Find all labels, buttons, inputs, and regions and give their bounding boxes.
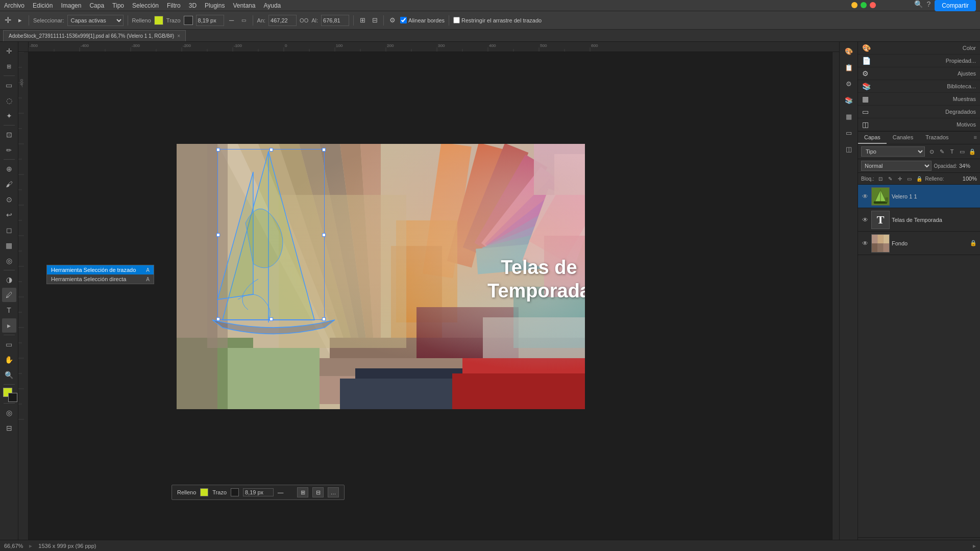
pen-tool[interactable]: 🖊 bbox=[2, 288, 16, 302]
menu-3d[interactable]: 3D bbox=[189, 2, 197, 9]
gradients-panel-icon[interactable]: ▭ bbox=[842, 126, 856, 140]
maximize-button[interactable] bbox=[861, 2, 867, 8]
filter-smart-icon[interactable]: 🔒 bbox=[968, 147, 977, 156]
menu-edicion[interactable]: Edición bbox=[33, 2, 53, 9]
layer-type-filter[interactable]: Tipo bbox=[861, 146, 925, 157]
stroke-color-swatch[interactable] bbox=[184, 16, 193, 25]
tool-tooltip-item-1[interactable]: Herramienta Selección directa A bbox=[47, 274, 154, 284]
ctx-stroke-swatch[interactable] bbox=[231, 488, 239, 496]
path-select-tool[interactable]: ▸ bbox=[2, 318, 16, 333]
stamp-tool[interactable]: ⊙ bbox=[2, 192, 16, 207]
ctx-copy-button[interactable]: ⊞ bbox=[297, 487, 308, 497]
layer-item-text[interactable]: 👁 T Telas de Temporada bbox=[858, 208, 980, 232]
search-icon[interactable]: 🔍 bbox=[914, 0, 923, 11]
restringir-arrastre-checkbox[interactable] bbox=[453, 17, 460, 23]
menu-filtro[interactable]: Filtro bbox=[167, 2, 181, 9]
layer-item-fondo[interactable]: 👁 Fondo bbox=[858, 232, 980, 255]
ctx-more-button[interactable]: … bbox=[328, 487, 339, 497]
type-tool[interactable]: T bbox=[2, 303, 16, 317]
lock-position-icon[interactable]: ✛ bbox=[896, 174, 904, 183]
path-ops-icon[interactable]: ⊞ bbox=[358, 16, 367, 25]
width-input[interactable] bbox=[268, 15, 297, 26]
ctx-fill-swatch[interactable] bbox=[200, 488, 208, 496]
properties-panel-icon[interactable]: 📋 bbox=[842, 60, 856, 74]
layer-eye-velero[interactable]: 👁 bbox=[861, 192, 869, 201]
move-tool[interactable]: ✛ bbox=[2, 44, 16, 58]
move-tool-icon[interactable]: ✛ bbox=[3, 16, 12, 25]
stroke-size-input[interactable] bbox=[196, 15, 224, 26]
lock-all-icon[interactable]: 🔒 bbox=[915, 174, 923, 183]
menu-seleccion[interactable]: Selección bbox=[132, 2, 159, 9]
brush-tool[interactable]: 🖌 bbox=[2, 177, 16, 191]
menu-archivo[interactable]: Archivo bbox=[4, 2, 24, 9]
filter-type-icon[interactable]: T bbox=[947, 147, 957, 156]
menu-tipo[interactable]: Tipo bbox=[112, 2, 124, 9]
menu-ventana[interactable]: Ventana bbox=[233, 2, 255, 9]
settings-icon[interactable]: ⚙ bbox=[388, 16, 397, 25]
foreground-color[interactable] bbox=[3, 388, 15, 400]
screen-mode-icon[interactable]: ⊟ bbox=[2, 421, 16, 435]
lock-artboard-icon[interactable]: ▭ bbox=[905, 174, 914, 183]
scroll-right-icon[interactable]: ▸ bbox=[973, 542, 976, 549]
tab-capas[interactable]: Capas bbox=[858, 132, 887, 144]
ctx-align-button[interactable]: ⊟ bbox=[312, 487, 324, 497]
eraser-tool[interactable]: ◻ bbox=[2, 223, 16, 237]
lock-transparent-icon[interactable]: ⊡ bbox=[876, 174, 885, 183]
help-icon[interactable]: ? bbox=[927, 0, 931, 11]
compartir-button[interactable]: Compartir bbox=[935, 0, 976, 11]
shape-tool[interactable]: ▭ bbox=[2, 337, 16, 352]
filter-pixel-icon[interactable]: ⊙ bbox=[927, 147, 936, 156]
stroke-options-icon[interactable]: ▭ bbox=[239, 16, 249, 25]
ctx-stroke-size[interactable] bbox=[243, 488, 274, 496]
layer-item-velero[interactable]: 👁 Velero 1 1 bbox=[858, 185, 980, 208]
prop-propiedad[interactable]: 📄 Propiedad... bbox=[858, 55, 980, 67]
tool-arrow-icon[interactable]: ▸ bbox=[15, 16, 24, 25]
tab-canales[interactable]: Canales bbox=[887, 132, 919, 144]
menu-ayuda[interactable]: Ayuda bbox=[263, 2, 281, 9]
artboard-tool[interactable]: ⊞ bbox=[2, 59, 16, 73]
stroke-style-icon[interactable]: ─ bbox=[227, 16, 236, 25]
adjustments-panel-icon[interactable]: ⚙ bbox=[842, 77, 856, 91]
prop-ajustes[interactable]: ⚙ Ajustes bbox=[858, 67, 980, 80]
crop-tool[interactable]: ⊡ bbox=[2, 128, 16, 142]
healing-tool[interactable]: ⊕ bbox=[2, 162, 16, 176]
patterns-panel-icon[interactable]: ◫ bbox=[842, 142, 856, 156]
tool-tooltip-item-0[interactable]: Herramienta Selección de trazado A bbox=[47, 265, 154, 274]
menu-capa[interactable]: Capa bbox=[89, 2, 104, 9]
tab-trazados[interactable]: Trazados bbox=[919, 132, 954, 144]
dodge-tool[interactable]: ◑ bbox=[2, 272, 16, 287]
minimize-button[interactable] bbox=[851, 2, 857, 8]
prop-degradados[interactable]: ▭ Degradados bbox=[858, 106, 980, 118]
magic-wand-tool[interactable]: ✦ bbox=[2, 109, 16, 123]
menu-plugins[interactable]: Plugins bbox=[205, 2, 225, 9]
layer-eye-fondo[interactable]: 👁 bbox=[861, 239, 869, 247]
close-button[interactable] bbox=[870, 2, 876, 8]
prop-bibliotecas[interactable]: 📚 Biblioteca... bbox=[858, 80, 980, 93]
tab-close-icon[interactable]: × bbox=[177, 33, 180, 39]
ctx-stroke-style[interactable]: ─ bbox=[278, 488, 293, 496]
panel-more-icon[interactable]: ≡ bbox=[971, 132, 980, 144]
alinear-bordes-checkbox[interactable] bbox=[400, 17, 407, 23]
filter-shape-icon[interactable]: ▭ bbox=[958, 147, 967, 156]
vertical-scrollbar[interactable] bbox=[832, 52, 839, 544]
gradient-tool[interactable]: ▦ bbox=[2, 238, 16, 253]
blend-mode-select[interactable]: Normal Disolver Oscurecer Multiplicar bbox=[861, 161, 932, 171]
height-input[interactable] bbox=[321, 15, 349, 26]
libraries-panel-icon[interactable]: 📚 bbox=[842, 93, 856, 107]
marquee-tool[interactable]: ▭ bbox=[2, 78, 16, 92]
prop-color[interactable]: 🎨 Color bbox=[858, 42, 980, 55]
blur-tool[interactable]: ◎ bbox=[2, 254, 16, 268]
quick-mask-icon[interactable]: ◎ bbox=[2, 406, 16, 420]
fill-color-swatch[interactable] bbox=[154, 16, 163, 25]
zoom-tool[interactable]: 🔍 bbox=[2, 368, 16, 382]
capas-activas-select[interactable]: Capas activas bbox=[67, 15, 124, 26]
menu-imagen[interactable]: Imagen bbox=[61, 2, 81, 9]
path-align-icon[interactable]: ⊟ bbox=[370, 16, 379, 25]
history-tool[interactable]: ↩ bbox=[2, 208, 16, 222]
lock-pixels-icon[interactable]: ✎ bbox=[886, 174, 894, 183]
swatches-panel-icon[interactable]: ▦ bbox=[842, 109, 856, 123]
lasso-tool[interactable]: ◌ bbox=[2, 93, 16, 108]
prop-muestras[interactable]: ▦ Muestras bbox=[858, 93, 980, 106]
hand-tool[interactable]: ✋ bbox=[2, 353, 16, 367]
color-panel-icon[interactable]: 🎨 bbox=[842, 44, 856, 58]
